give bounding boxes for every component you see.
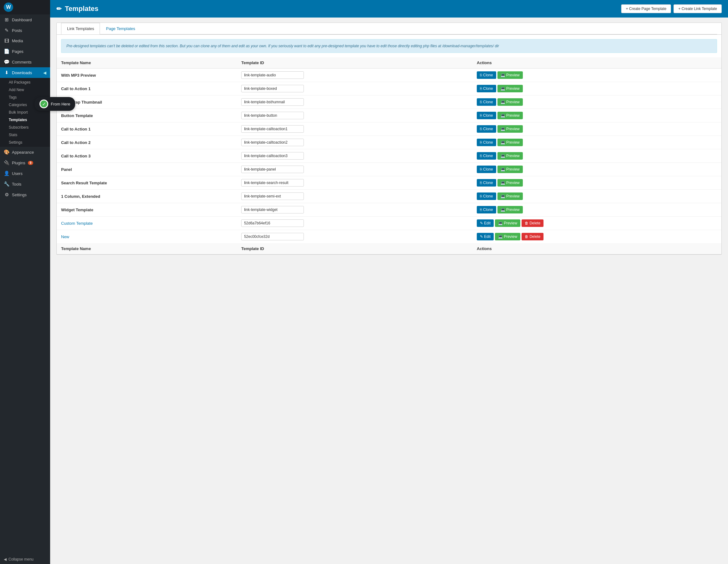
preview-button[interactable]: 💻 Preview bbox=[497, 139, 523, 146]
preview-button[interactable]: 💻 Preview bbox=[497, 206, 523, 214]
template-id-input[interactable] bbox=[241, 220, 304, 227]
clone-button[interactable]: ⎘ Clone bbox=[477, 179, 496, 187]
sidebar-sub-settings[interactable]: Settings bbox=[0, 139, 50, 146]
preview-button[interactable]: 💻 Preview bbox=[497, 85, 523, 92]
users-icon: 👤 bbox=[4, 171, 9, 176]
cell-template-id bbox=[237, 69, 472, 82]
clone-button[interactable]: ⎘ Clone bbox=[477, 112, 496, 119]
template-id-input[interactable] bbox=[241, 206, 304, 214]
downloads-arrow: ◀ bbox=[43, 70, 46, 75]
cell-template-name: New bbox=[57, 230, 237, 244]
cell-template-name: Bootstrap Thumbnail bbox=[57, 96, 237, 109]
template-id-input[interactable] bbox=[241, 193, 304, 200]
create-page-template-button[interactable]: + Create Page Template bbox=[621, 4, 671, 13]
preview-button[interactable]: 💻 Preview bbox=[497, 179, 523, 187]
clone-button[interactable]: ⎘ Clone bbox=[477, 98, 496, 106]
collapse-menu-button[interactable]: ◀ Collapse menu bbox=[0, 555, 50, 564]
template-name-text: Search Result Template bbox=[61, 181, 107, 185]
cell-template-id bbox=[237, 122, 472, 136]
template-name-text: Call to Action 2 bbox=[61, 140, 91, 145]
edit-button[interactable]: ✎ Edit bbox=[477, 233, 494, 241]
sidebar-sub-stats[interactable]: Stats bbox=[0, 131, 50, 139]
template-name-text: Widget Template bbox=[61, 208, 93, 212]
sidebar-item-settings[interactable]: ⚙ Settings bbox=[0, 189, 50, 200]
footer-col-actions: Actions bbox=[472, 243, 721, 255]
sidebar-item-comments[interactable]: 💬 Comments bbox=[0, 57, 50, 67]
sidebar-item-downloads[interactable]: ⬇ Downloads ◀ bbox=[0, 67, 50, 78]
cell-actions: ⎘ Clone💻 Preview bbox=[472, 176, 721, 190]
sidebar-item-tools[interactable]: 🔧 Tools bbox=[0, 179, 50, 189]
preview-button[interactable]: 💻 Preview bbox=[497, 98, 523, 106]
plugins-icon: 🔌 bbox=[4, 160, 9, 166]
preview-button[interactable]: 💻 Preview bbox=[497, 152, 523, 160]
sidebar-item-appearance[interactable]: 🎨 Appearance bbox=[0, 147, 50, 158]
template-name-text: Button Template bbox=[61, 113, 93, 118]
clone-button[interactable]: ⎘ Clone bbox=[477, 206, 496, 214]
preview-button[interactable]: 💻 Preview bbox=[497, 125, 523, 133]
clone-button[interactable]: ⎘ Clone bbox=[477, 152, 496, 160]
preview-button[interactable]: 💻 Preview bbox=[497, 166, 523, 173]
template-name-text: Call to Action 1 bbox=[61, 86, 91, 91]
clone-button[interactable]: ⎘ Clone bbox=[477, 166, 496, 173]
template-id-input[interactable] bbox=[241, 139, 304, 146]
delete-button[interactable]: 🗑 Delete bbox=[522, 233, 543, 241]
sidebar-sub-templates[interactable]: Templates bbox=[0, 116, 50, 124]
col-actions: Actions bbox=[472, 57, 721, 69]
tab-page-templates[interactable]: Page Templates bbox=[100, 23, 141, 34]
cell-actions: ⎘ Clone💻 Preview bbox=[472, 96, 721, 109]
cell-actions: ⎘ Clone💻 Preview bbox=[472, 190, 721, 203]
template-id-input[interactable] bbox=[241, 179, 304, 187]
preview-button[interactable]: 💻 Preview bbox=[497, 112, 523, 119]
delete-button[interactable]: 🗑 Delete bbox=[522, 220, 543, 227]
sidebar-item-posts[interactable]: ✎ Posts bbox=[0, 25, 50, 36]
sidebar-sub-subscribers[interactable]: Subscribers bbox=[0, 124, 50, 131]
settings-icon: ⚙ bbox=[4, 192, 9, 198]
clone-button[interactable]: ⎘ Clone bbox=[477, 125, 496, 133]
cell-actions: ⎘ Clone💻 Preview bbox=[472, 203, 721, 217]
table-row: Bootstrap Thumbnail⎘ Clone💻 Preview bbox=[57, 96, 721, 109]
preview-button[interactable]: 💻 Preview bbox=[497, 193, 523, 200]
sidebar-sub-add-new[interactable]: Add New bbox=[0, 86, 50, 94]
sidebar-item-dashboard[interactable]: ⊞ Dashboard bbox=[0, 14, 50, 25]
footer-col-template-id: Template ID bbox=[237, 243, 472, 255]
sidebar-item-plugins[interactable]: 🔌 Plugins 9 bbox=[0, 158, 50, 168]
table-row: With MP3 Preview⎘ Clone💻 Preview bbox=[57, 69, 721, 82]
preview-button[interactable]: 💻 Preview bbox=[495, 233, 520, 241]
preview-button[interactable]: 💻 Preview bbox=[495, 220, 520, 227]
cell-actions: ✎ Edit💻 Preview🗑 Delete bbox=[472, 217, 721, 230]
template-id-input[interactable] bbox=[241, 125, 304, 133]
pages-icon: 📄 bbox=[4, 49, 9, 54]
template-name-link[interactable]: New bbox=[61, 235, 69, 239]
clone-button[interactable]: ⎘ Clone bbox=[477, 139, 496, 146]
template-id-input[interactable] bbox=[241, 85, 304, 92]
template-id-input[interactable] bbox=[241, 152, 304, 160]
sidebar-item-media[interactable]: 🎞 Media bbox=[0, 36, 50, 46]
template-id-input[interactable] bbox=[241, 71, 304, 79]
template-id-input[interactable] bbox=[241, 166, 304, 173]
sidebar-sub-all-packages[interactable]: All Packages bbox=[0, 79, 50, 86]
cell-actions: ⎘ Clone💻 Preview bbox=[472, 109, 721, 122]
table-row: 1 Column, Extended⎘ Clone💻 Preview bbox=[57, 190, 721, 203]
sidebar-item-users[interactable]: 👤 Users bbox=[0, 168, 50, 179]
clone-button[interactable]: ⎘ Clone bbox=[477, 85, 496, 92]
edit-button[interactable]: ✎ Edit bbox=[477, 220, 494, 227]
template-id-input[interactable] bbox=[241, 233, 304, 241]
cell-actions: ⎘ Clone💻 Preview bbox=[472, 136, 721, 149]
template-id-input[interactable] bbox=[241, 112, 304, 119]
tab-link-templates[interactable]: Link Templates bbox=[61, 23, 100, 34]
downloads-icon: ⬇ bbox=[4, 70, 9, 75]
template-name-link[interactable]: Custom Template bbox=[61, 221, 93, 226]
template-name-text: With MP3 Preview bbox=[61, 73, 96, 78]
clone-button[interactable]: ⎘ Clone bbox=[477, 193, 496, 200]
dashboard-icon: ⊞ bbox=[4, 17, 9, 23]
preview-button[interactable]: 💻 Preview bbox=[497, 71, 523, 79]
wordpress-logo: W bbox=[4, 3, 13, 12]
sidebar-item-pages[interactable]: 📄 Pages bbox=[0, 46, 50, 57]
template-id-input[interactable] bbox=[241, 98, 304, 106]
cell-template-id bbox=[237, 82, 472, 96]
appearance-icon: 🎨 bbox=[4, 149, 9, 155]
create-link-template-button[interactable]: + Create Link Template bbox=[673, 4, 722, 13]
clone-button[interactable]: ⎘ Clone bbox=[477, 71, 496, 79]
cell-actions: ⎘ Clone💻 Preview bbox=[472, 82, 721, 96]
cell-template-name: Call to Action 2 bbox=[57, 136, 237, 149]
